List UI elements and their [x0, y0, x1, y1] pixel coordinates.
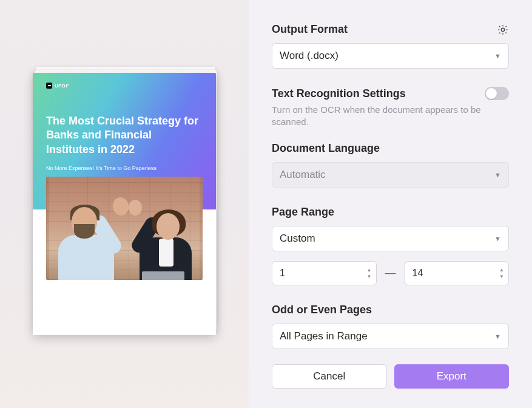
- page-range-mode-value: Custom: [280, 233, 315, 245]
- step-up-icon[interactable]: ▲: [497, 267, 506, 273]
- export-button[interactable]: Export: [394, 364, 510, 389]
- chevron-down-icon: ▼: [494, 171, 501, 178]
- language-value: Automatic: [280, 169, 326, 181]
- page-to-stepper[interactable]: ▲ ▼: [497, 267, 506, 280]
- chevron-down-icon: ▼: [494, 52, 501, 59]
- illustration-person-left: [52, 195, 131, 280]
- odd-even-value: All Pages in Range: [280, 330, 368, 342]
- odd-even-select[interactable]: All Pages in Range ▼: [272, 324, 509, 349]
- step-down-icon[interactable]: ▼: [365, 273, 374, 280]
- brand-text: UPDF: [55, 83, 69, 89]
- page-range-label: Page Range: [272, 206, 509, 219]
- cover-subtitle: No More Expenses! It's Time to Go Paperl…: [46, 165, 203, 171]
- page-from-input[interactable]: [280, 268, 365, 279]
- output-format-select[interactable]: Word (.docx) ▼: [272, 43, 509, 69]
- brand-icon: [46, 83, 52, 89]
- chevron-down-icon: ▼: [494, 235, 501, 242]
- cover-image: [46, 177, 203, 280]
- page-from-field[interactable]: ▲ ▼: [272, 261, 377, 285]
- document-preview-pane: UPDF The Most Crucial Strategy for Banks…: [0, 0, 249, 408]
- step-down-icon[interactable]: ▼: [497, 273, 506, 280]
- document-stack: UPDF The Most Crucial Strategy for Banks…: [33, 73, 216, 335]
- toggle-knob: [486, 88, 497, 99]
- output-format-value: Word (.docx): [280, 50, 338, 62]
- ocr-helper-text: Turn on the OCR when the document appear…: [272, 104, 509, 129]
- svg-point-0: [501, 28, 504, 31]
- illustration-laptop: [142, 271, 184, 280]
- page-from-stepper[interactable]: ▲ ▼: [365, 267, 374, 280]
- ocr-label: Text Recognition Settings: [272, 87, 406, 100]
- cover-title: The Most Crucial Strategy for Banks and …: [46, 114, 203, 157]
- chevron-down-icon: ▼: [494, 333, 501, 340]
- language-select: Automatic ▼: [272, 162, 509, 188]
- step-up-icon[interactable]: ▲: [365, 267, 374, 273]
- ocr-toggle[interactable]: [485, 87, 509, 100]
- page-to-field[interactable]: ▲ ▼: [405, 261, 510, 285]
- illustration-person-right: [121, 191, 200, 280]
- page-to-input[interactable]: [412, 268, 498, 279]
- range-dash: —: [384, 267, 397, 279]
- odd-even-label: Odd or Even Pages: [272, 304, 509, 316]
- output-format-label: Output Format: [272, 23, 348, 36]
- language-label: Document Language: [272, 142, 509, 155]
- cancel-button[interactable]: Cancel: [272, 364, 387, 389]
- brand-badge: UPDF: [46, 83, 203, 89]
- gear-icon[interactable]: [497, 24, 509, 36]
- document-cover: UPDF The Most Crucial Strategy for Banks…: [33, 73, 216, 335]
- page-range-mode-select[interactable]: Custom ▼: [272, 226, 509, 251]
- export-settings-pane: Output Format Word (.docx) ▼ Text Recogn…: [249, 0, 532, 408]
